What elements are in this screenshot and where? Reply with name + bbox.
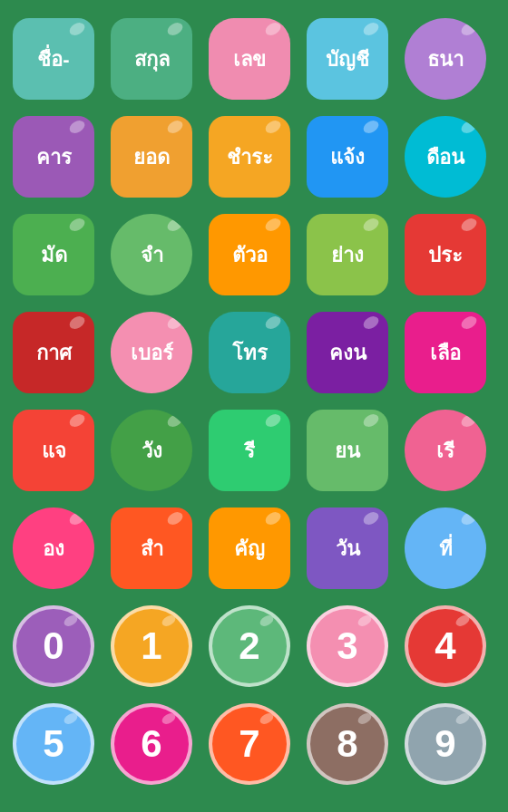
sticker-cell-r1-c4: ดือน [405,116,486,198]
sticker-cell-r3-c2: โทร [209,312,290,393]
sticker-cell-r2-c4: ประ [405,214,486,295]
sticker-cell-r0-c3: บัญชี [307,18,388,100]
sticker-cell-r2-c1: จำ [111,214,192,295]
number-cell-r1-c2: 7 [209,703,290,785]
sticker-cell-r5-c3: วัน [307,508,388,589]
number-cell-r0-c2: 2 [209,605,290,687]
sticker-cell-r1-c2: ชำระ [209,116,290,198]
sticker-cell-r5-c1: สำ [111,508,192,589]
sticker-cell-r4-c2: รี [209,410,290,491]
sticker-cell-r2-c3: ย่าง [307,214,388,295]
sticker-cell-r5-c2: คัญ [209,508,290,589]
sticker-grid: ชื่อ-สกุลเลขบัญชีธนาคารยอดชำระแจ้งดือนมั… [0,4,508,808]
number-cell-r1-c3: 8 [307,703,388,785]
sticker-cell-r4-c3: ยน [307,410,388,491]
sticker-cell-r2-c2: ตัวอ [209,214,290,295]
number-cell-r0-c4: 4 [405,605,486,687]
sticker-cell-r1-c1: ยอด [111,116,192,198]
sticker-cell-r2-c0: มัด [13,214,94,295]
sticker-cell-r3-c3: คงน [307,312,388,393]
number-cell-r1-c1: 6 [111,703,192,785]
sticker-cell-r5-c4: ที่ [405,508,486,589]
sticker-cell-r3-c1: เบอร์ [111,312,192,393]
sticker-cell-r4-c0: แจ [13,410,94,491]
sticker-cell-r0-c4: ธนา [405,18,486,100]
sticker-cell-r4-c1: วัง [111,410,192,491]
sticker-cell-r1-c0: คาร [13,116,94,198]
sticker-cell-r0-c0: ชื่อ- [13,18,94,100]
number-cell-r1-c0: 5 [13,703,94,785]
number-cell-r1-c4: 9 [405,703,486,785]
number-cell-r0-c1: 1 [111,605,192,687]
sticker-cell-r3-c4: เลือ [405,312,486,393]
sticker-cell-r5-c0: อง [13,508,94,589]
number-cell-r0-c3: 3 [307,605,388,687]
number-cell-r0-c0: 0 [13,605,94,687]
sticker-cell-r4-c4: เรี [405,410,486,491]
sticker-cell-r3-c0: กาศ [13,312,94,393]
sticker-cell-r0-c2: เลข [209,18,290,100]
sticker-cell-r0-c1: สกุล [111,18,192,100]
sticker-cell-r1-c3: แจ้ง [307,116,388,198]
